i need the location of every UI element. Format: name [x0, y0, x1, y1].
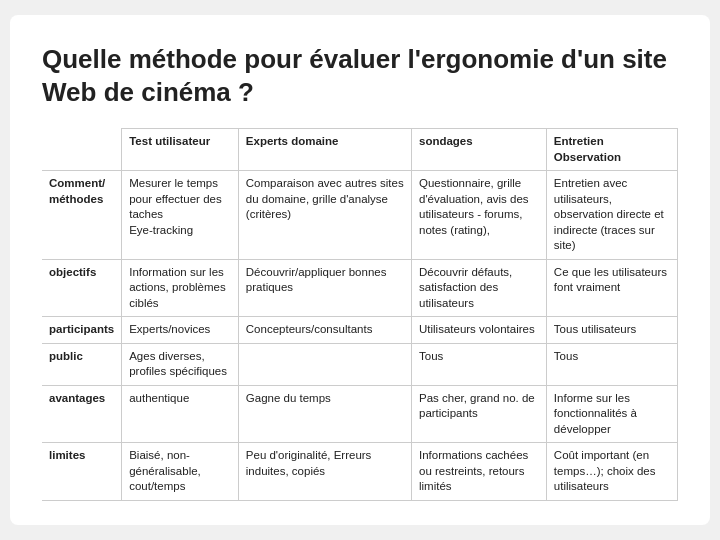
- row-4-col-1: authentique: [122, 385, 239, 443]
- row-1-col-1: Information sur les actions, problèmes c…: [122, 259, 239, 317]
- row-4-col-3: Pas cher, grand no. de participants: [411, 385, 546, 443]
- row-4-col-4: Informe sur les fonctionnalités à dévelo…: [546, 385, 677, 443]
- comparison-table: Test utilisateur Experts domaine sondage…: [42, 128, 678, 501]
- row-0-col-4: Entretien avec utilisateurs, observation…: [546, 171, 677, 260]
- row-5-col-1: Biaisé, non-généralisable, cout/temps: [122, 443, 239, 501]
- row-4-col-2: Gagne du temps: [238, 385, 411, 443]
- row-label: participants: [42, 317, 122, 344]
- row-5-col-3: Informations cachées ou restreints, reto…: [411, 443, 546, 501]
- slide: Quelle méthode pour évaluer l'ergonomie …: [10, 15, 710, 525]
- table-row: objectifsInformation sur les actions, pr…: [42, 259, 678, 317]
- row-2-col-1: Experts/novices: [122, 317, 239, 344]
- table-row: participantsExperts/novicesConcepteurs/c…: [42, 317, 678, 344]
- row-label: objectifs: [42, 259, 122, 317]
- row-5-col-4: Coût important (en temps…); choix des ut…: [546, 443, 677, 501]
- row-label: public: [42, 343, 122, 385]
- table-row: limitesBiaisé, non-généralisable, cout/t…: [42, 443, 678, 501]
- row-2-col-2: Concepteurs/consultants: [238, 317, 411, 344]
- row-3-col-3: Tous: [411, 343, 546, 385]
- row-0-col-2: Comparaison avec autres sites du domaine…: [238, 171, 411, 260]
- col-header-sondages: sondages: [411, 129, 546, 171]
- row-1-col-4: Ce que les utilisateurs font vraiment: [546, 259, 677, 317]
- row-0-col-1: Mesurer le temps pour effectuer des tach…: [122, 171, 239, 260]
- col-header-entretien: Entretien Observation: [546, 129, 677, 171]
- col-header-empty: [42, 129, 122, 171]
- slide-title: Quelle méthode pour évaluer l'ergonomie …: [42, 43, 678, 108]
- row-1-col-3: Découvrir défauts, satisfaction des util…: [411, 259, 546, 317]
- row-5-col-2: Peu d'originalité, Erreurs induites, cop…: [238, 443, 411, 501]
- row-1-col-2: Découvrir/appliquer bonnes pratiques: [238, 259, 411, 317]
- row-label: Comment/ méthodes: [42, 171, 122, 260]
- row-label: avantages: [42, 385, 122, 443]
- row-2-col-3: Utilisateurs volontaires: [411, 317, 546, 344]
- row-label: limites: [42, 443, 122, 501]
- row-3-col-2: [238, 343, 411, 385]
- row-3-col-1: Ages diverses, profiles spécifiques: [122, 343, 239, 385]
- table-row: publicAges diverses, profiles spécifique…: [42, 343, 678, 385]
- row-0-col-3: Questionnaire, grille d'évaluation, avis…: [411, 171, 546, 260]
- table-row: avantagesauthentiqueGagne du tempsPas ch…: [42, 385, 678, 443]
- row-2-col-4: Tous utilisateurs: [546, 317, 677, 344]
- col-header-experts-domaine: Experts domaine: [238, 129, 411, 171]
- col-header-test-utilisateur: Test utilisateur: [122, 129, 239, 171]
- table-row: Comment/ méthodesMesurer le temps pour e…: [42, 171, 678, 260]
- row-3-col-4: Tous: [546, 343, 677, 385]
